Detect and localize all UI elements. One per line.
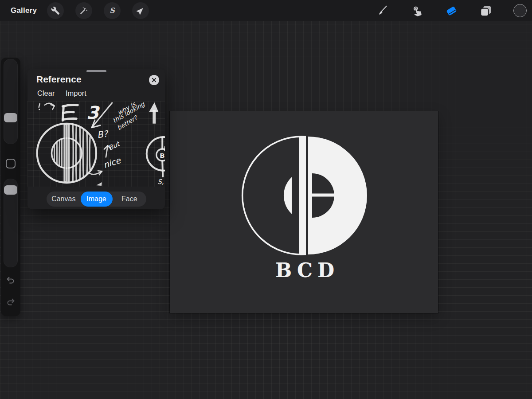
- reference-sketch: 3 B? But nice why is this looking better…: [27, 101, 165, 187]
- sketch-s-partial: S,: [157, 178, 164, 186]
- panel-grab-handle[interactable]: [86, 70, 106, 72]
- gallery-button[interactable]: Gallery: [11, 0, 37, 21]
- reference-panel-title: Reference: [36, 74, 82, 85]
- sketch-nice: nice: [102, 155, 122, 170]
- sketch-number-3: 3: [86, 102, 100, 123]
- smudge-tool-button[interactable]: [411, 4, 423, 17]
- sketch-note: why is this looking better?: [111, 101, 146, 131]
- tab-face[interactable]: Face: [113, 192, 147, 207]
- sketch-but: But: [107, 140, 122, 152]
- transform-button[interactable]: [132, 2, 149, 19]
- opacity-handle[interactable]: [4, 185, 17, 195]
- clear-button[interactable]: Clear: [37, 89, 55, 97]
- tab-image[interactable]: Image: [81, 192, 113, 207]
- actions-button[interactable]: [47, 2, 64, 19]
- close-reference-button[interactable]: [149, 75, 159, 85]
- artwork-canvas[interactable]: BCD: [170, 111, 438, 313]
- bcd-logo: BCD: [170, 111, 438, 313]
- smudge-finger-icon: [411, 5, 422, 16]
- sketch-b-question: B?: [96, 129, 110, 140]
- undo-button[interactable]: [5, 275, 16, 286]
- reference-tab-bar: Canvas Image Face: [47, 192, 146, 207]
- logo-wordmark: BCD: [275, 259, 339, 282]
- undo-icon: [5, 275, 16, 286]
- top-toolbar: Gallery S: [0, 0, 532, 21]
- transform-arrow-icon: [136, 6, 145, 15]
- brush-size-slider[interactable]: [4, 59, 18, 144]
- brush-tool-button[interactable]: [376, 4, 388, 17]
- redo-button[interactable]: [5, 297, 16, 307]
- paintbrush-icon: [376, 5, 388, 16]
- close-x-icon: [152, 78, 156, 82]
- eraser-icon: [445, 4, 458, 17]
- tab-canvas[interactable]: Canvas: [47, 192, 81, 207]
- redo-icon: [5, 297, 16, 307]
- brush-size-handle[interactable]: [4, 113, 17, 122]
- brush-sidebar: [1, 58, 20, 316]
- reference-actions: Clear Import: [37, 89, 95, 98]
- eraser-tool-button[interactable]: [445, 4, 458, 17]
- wrench-icon: [51, 6, 60, 15]
- sketch-b-label: B: [160, 152, 164, 160]
- reference-image[interactable]: 3 B? But nice why is this looking better…: [27, 101, 165, 187]
- color-swatch-button[interactable]: [513, 4, 527, 17]
- selection-button[interactable]: S: [104, 2, 121, 19]
- modify-button[interactable]: [6, 159, 16, 168]
- svg-text:S: S: [110, 6, 115, 15]
- selection-s-icon: S: [108, 6, 117, 15]
- layers-icon: [480, 4, 492, 17]
- layers-button[interactable]: [480, 4, 492, 17]
- adjustments-button[interactable]: [75, 2, 92, 19]
- reference-panel: Reference Clear Import: [27, 69, 165, 209]
- magic-wand-icon: [79, 6, 88, 15]
- import-button[interactable]: Import: [66, 89, 86, 97]
